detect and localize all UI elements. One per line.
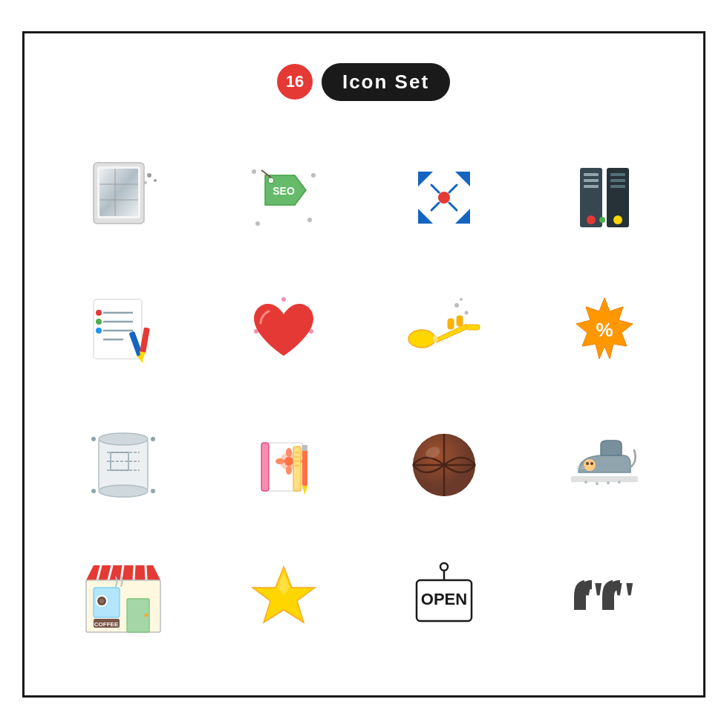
icon-cell (368, 272, 521, 391)
svg-rect-93 (571, 476, 638, 482)
svg-point-14 (268, 178, 274, 183)
svg-point-100 (590, 462, 593, 465)
svg-point-63 (91, 489, 96, 493)
svg-point-66 (99, 433, 148, 445)
icon-cell (207, 272, 360, 391)
svg-marker-86 (302, 486, 307, 495)
svg-line-22 (431, 185, 439, 192)
svg-point-94 (584, 481, 587, 484)
iron-icon (556, 417, 653, 513)
svg-point-34 (587, 215, 596, 224)
header: 16 Icon Set (47, 63, 681, 101)
star-icon (235, 550, 332, 647)
percent-badge-icon: % (556, 283, 653, 380)
svg-point-53 (464, 311, 468, 314)
page-title: Icon Set (322, 63, 450, 101)
trumpet-icon (396, 283, 492, 380)
server-rack-icon (556, 149, 653, 246)
svg-point-42 (96, 310, 102, 316)
svg-text:": " (610, 571, 639, 628)
svg-point-35 (613, 215, 622, 224)
heart-icon (235, 283, 332, 380)
svg-rect-3 (100, 169, 138, 216)
icons-grid: SEO (47, 138, 681, 658)
svg-point-97 (618, 481, 621, 484)
svg-line-107 (146, 565, 146, 580)
svg-text:%: % (596, 319, 613, 341)
svg-line-24 (431, 203, 439, 210)
blueprint-icon (75, 417, 172, 513)
icon-cell (207, 539, 360, 658)
quotation-icon: " " (556, 550, 653, 647)
svg-point-12 (255, 221, 260, 226)
svg-point-98 (584, 459, 596, 471)
svg-rect-80 (293, 446, 301, 491)
svg-point-62 (151, 437, 155, 441)
svg-point-59 (433, 335, 437, 342)
svg-text:SEO: SEO (273, 185, 295, 197)
icon-cell: % (528, 272, 681, 391)
icon-cell (207, 406, 360, 524)
icon-cell (47, 138, 200, 257)
badge-number: 16 (277, 64, 313, 100)
icon-cell (528, 406, 681, 524)
svg-rect-85 (302, 445, 307, 486)
svg-point-13 (307, 218, 312, 222)
svg-point-67 (99, 485, 148, 497)
svg-point-17 (438, 192, 450, 204)
stationery-book-icon (235, 417, 332, 513)
svg-text:": " (578, 571, 607, 628)
basketball-icon (396, 417, 492, 513)
icon-cell (368, 138, 521, 257)
icon-cell: COFFEE (47, 539, 200, 658)
seo-tag-icon: SEO (235, 149, 332, 246)
svg-rect-30 (584, 185, 599, 188)
icon-cell: SEO (207, 138, 360, 257)
svg-point-64 (151, 489, 155, 493)
svg-point-9 (144, 181, 147, 184)
svg-rect-65 (99, 439, 148, 491)
icon-cell (47, 406, 200, 524)
svg-point-44 (96, 328, 102, 334)
svg-point-78 (276, 458, 284, 464)
svg-rect-28 (584, 173, 599, 176)
svg-rect-57 (457, 316, 463, 326)
svg-point-51 (281, 297, 286, 302)
icon-cell (528, 138, 681, 257)
svg-line-25 (449, 203, 457, 210)
icon-cell (47, 272, 200, 391)
checklist-pen-icon (75, 283, 172, 380)
svg-rect-31 (610, 173, 625, 176)
svg-point-43 (96, 319, 102, 325)
svg-point-55 (408, 330, 435, 348)
collapse-arrows-icon (396, 149, 492, 246)
svg-rect-87 (302, 445, 307, 451)
svg-point-77 (286, 466, 292, 475)
main-container: 16 Icon Set (22, 31, 705, 698)
svg-point-96 (607, 481, 610, 484)
icon-cell: " " (528, 539, 681, 658)
svg-point-11 (311, 173, 316, 178)
svg-point-61 (91, 437, 96, 441)
svg-point-36 (599, 217, 605, 223)
svg-line-106 (134, 565, 134, 580)
svg-text:OPEN: OPEN (420, 590, 466, 608)
svg-point-8 (154, 179, 157, 182)
svg-point-52 (454, 303, 459, 308)
svg-point-54 (460, 298, 463, 301)
svg-point-119 (440, 563, 448, 571)
svg-rect-29 (584, 179, 599, 182)
svg-point-114 (144, 613, 148, 617)
svg-rect-33 (610, 185, 625, 188)
svg-text:COFFEE: COFFEE (94, 621, 118, 628)
svg-rect-32 (610, 179, 625, 182)
svg-rect-58 (466, 325, 480, 330)
svg-point-95 (596, 482, 599, 485)
tablet-grid-icon (75, 149, 172, 246)
svg-point-75 (284, 457, 293, 466)
svg-line-23 (449, 185, 457, 192)
icon-cell: OPEN (368, 539, 521, 658)
svg-point-76 (286, 448, 292, 457)
svg-point-7 (147, 173, 151, 178)
svg-point-99 (586, 462, 589, 465)
